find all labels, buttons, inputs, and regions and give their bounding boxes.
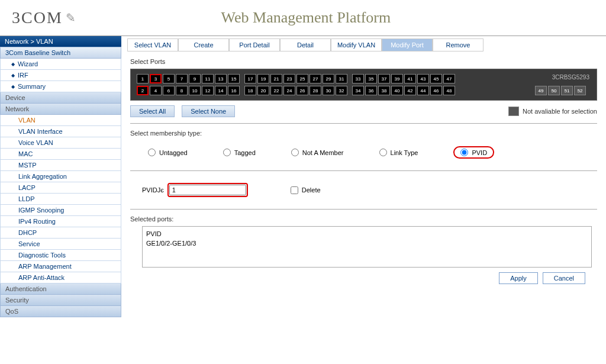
port-5[interactable]: 5 — [163, 74, 175, 83]
port-45[interactable]: 45 — [430, 74, 442, 83]
tab-create[interactable]: Create — [178, 38, 229, 51]
logo-swoosh-icon: ✎ — [66, 11, 77, 25]
port-18[interactable]: 18 — [244, 86, 256, 95]
port-20[interactable]: 20 — [257, 86, 269, 95]
port-41[interactable]: 41 — [404, 74, 416, 83]
port-25[interactable]: 25 — [296, 74, 308, 83]
sidebar-group-network[interactable]: Network — [0, 104, 121, 115]
port-51: 51 — [561, 86, 573, 95]
port-46[interactable]: 46 — [430, 86, 442, 95]
sidebar-item-mac[interactable]: MAC — [0, 149, 121, 160]
port-13[interactable]: 13 — [215, 74, 227, 83]
port-40[interactable]: 40 — [391, 86, 403, 95]
port-7[interactable]: 7 — [176, 74, 188, 83]
port-37[interactable]: 37 — [378, 74, 390, 83]
sidebar-item-lacp[interactable]: LACP — [0, 182, 121, 194]
port-33[interactable]: 33 — [352, 74, 364, 83]
sidebar-item-vlan[interactable]: VLAN — [0, 115, 121, 126]
port-12[interactable]: 12 — [202, 86, 214, 95]
port-43[interactable]: 43 — [417, 74, 429, 83]
port-42[interactable]: 42 — [404, 86, 416, 95]
port-10[interactable]: 10 — [189, 86, 201, 95]
apply-button[interactable]: Apply — [499, 272, 538, 284]
sidebar-item-summary[interactable]: ◆Summary — [0, 81, 121, 92]
radio-untagged[interactable]: Untagged — [148, 149, 188, 156]
port-44[interactable]: 44 — [417, 86, 429, 95]
port-2[interactable]: 2 — [137, 86, 149, 95]
port-47[interactable]: 47 — [443, 74, 455, 83]
sidebar-item-link-aggregation[interactable]: Link Aggregation — [0, 171, 121, 182]
tab-modify-vlan[interactable]: Modify VLAN — [331, 38, 382, 51]
cancel-button[interactable]: Cancel — [543, 272, 585, 284]
sidebar-item-arp-anti-attack[interactable]: ARP Anti-Attack — [0, 272, 121, 284]
port-35[interactable]: 35 — [365, 74, 377, 83]
port-29[interactable]: 29 — [323, 74, 334, 83]
tab-select-vlan[interactable]: Select VLAN — [127, 38, 178, 51]
breadcrumb: Network > VLAN — [0, 36, 121, 47]
tab-modify-port[interactable]: Modify Port — [382, 38, 433, 51]
port-11[interactable]: 11 — [202, 74, 214, 83]
port-28[interactable]: 28 — [310, 86, 321, 95]
radio-tagged[interactable]: Tagged — [223, 149, 256, 156]
port-26[interactable]: 26 — [296, 86, 308, 95]
port-38[interactable]: 38 — [378, 86, 390, 95]
sidebar-item-mstp[interactable]: MSTP — [0, 160, 121, 171]
membership-radio-row: Untagged Tagged Not A Member Link Type P… — [130, 140, 597, 165]
port-27[interactable]: 27 — [310, 74, 321, 83]
tab-port-detail[interactable]: Port Detail — [229, 38, 280, 51]
sidebar-item-dhcp[interactable]: DHCP — [0, 227, 121, 239]
port-4[interactable]: 4 — [150, 86, 162, 95]
port-8[interactable]: 8 — [176, 86, 188, 95]
port-14[interactable]: 14 — [215, 86, 227, 95]
port-21[interactable]: 21 — [270, 74, 282, 83]
port-1[interactable]: 1 — [137, 74, 149, 83]
delete-checkbox[interactable] — [291, 186, 298, 194]
radio-not-member[interactable]: Not A Member — [291, 149, 344, 156]
port-17[interactable]: 17 — [244, 74, 256, 83]
selected-ports-label: Selected ports: — [130, 215, 597, 223]
port-3[interactable]: 3 — [150, 74, 162, 83]
sidebar-item-igmp-snooping[interactable]: IGMP Snooping — [0, 205, 121, 216]
port-15[interactable]: 15 — [228, 74, 240, 83]
sidebar-item-wizard[interactable]: ◆Wizard — [0, 59, 121, 70]
port-16[interactable]: 16 — [228, 86, 240, 95]
radio-link-type[interactable]: Link Type — [379, 149, 418, 156]
selected-ports-box: PVID GE1/0/2-GE1/0/3 — [142, 226, 592, 268]
select-all-button[interactable]: Select All — [130, 105, 175, 117]
membership-label: Select membership type: — [130, 130, 597, 137]
sidebar-item-arp-management[interactable]: ARP Management — [0, 261, 121, 272]
port-9[interactable]: 9 — [189, 74, 201, 83]
port-22[interactable]: 22 — [270, 86, 282, 95]
sidebar-group-device[interactable]: Device — [0, 92, 121, 104]
tab-detail[interactable]: Detail — [280, 38, 331, 51]
sidebar-item-vlan-interface[interactable]: VLAN Interface — [0, 126, 121, 137]
port-48[interactable]: 48 — [443, 86, 455, 95]
port-31[interactable]: 31 — [336, 74, 347, 83]
sidebar-item-voice-vlan[interactable]: Voice VLAN — [0, 137, 121, 149]
sidebar-item-service[interactable]: Service — [0, 239, 121, 250]
sidebar-item-ipv4-routing[interactable]: IPv4 Routing — [0, 216, 121, 227]
port-39[interactable]: 39 — [391, 74, 403, 83]
sidebar-item-irf[interactable]: ◆IRF — [0, 70, 121, 81]
radio-pvid[interactable]: PVID — [453, 146, 494, 159]
port-30[interactable]: 30 — [323, 86, 334, 95]
pvid-label: PVIDЈє — [142, 186, 164, 194]
sidebar-item-lldp[interactable]: LLDP — [0, 194, 121, 205]
port-34[interactable]: 34 — [352, 86, 364, 95]
sidebar: Network > VLAN 3Com Baseline Switch ◆Wiz… — [0, 36, 121, 317]
port-36[interactable]: 36 — [365, 86, 377, 95]
select-none-button[interactable]: Select None — [182, 105, 235, 117]
port-19[interactable]: 19 — [257, 74, 269, 83]
sidebar-group-qos[interactable]: QoS — [0, 306, 121, 317]
sidebar-section-baseline[interactable]: 3Com Baseline Switch — [0, 47, 121, 59]
tab-remove[interactable]: Remove — [433, 38, 483, 51]
port-24[interactable]: 24 — [283, 86, 295, 95]
sidebar-item-diagnostic-tools[interactable]: Diagnostic Tools — [0, 250, 121, 261]
port-32[interactable]: 32 — [336, 86, 347, 95]
pvid-input[interactable] — [169, 185, 246, 195]
sidebar-group-authentication[interactable]: Authentication — [0, 284, 121, 295]
sidebar-group-security[interactable]: Security — [0, 295, 121, 306]
port-23[interactable]: 23 — [283, 74, 295, 83]
port-50: 50 — [548, 86, 560, 95]
port-6[interactable]: 6 — [163, 86, 175, 95]
